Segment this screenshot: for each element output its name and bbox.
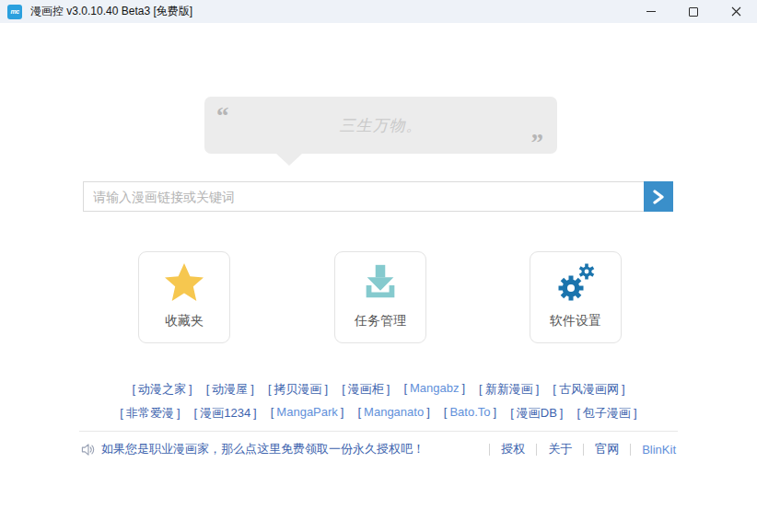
site-link-mhg[interactable]: [漫画柜]	[342, 381, 390, 398]
footer-divider	[79, 431, 678, 432]
site-link-batoto[interactable]: [Bato.To]	[444, 405, 496, 422]
footer-separator	[583, 444, 584, 456]
chevron-right-icon	[652, 190, 665, 204]
footer-separator	[489, 444, 490, 456]
favorites-label: 收藏夹	[165, 313, 204, 330]
close-button[interactable]	[715, 0, 757, 23]
title-bar: mc 漫画控 v3.0.10.40 Beta3 [免费版]	[0, 0, 757, 23]
site-link-kbmh[interactable]: [拷贝漫画]	[268, 381, 328, 398]
maximize-icon	[689, 7, 698, 17]
site-link-mangapark[interactable]: [MangaPark]	[271, 405, 344, 422]
close-icon	[731, 6, 741, 17]
quote-bubble-tail	[276, 154, 302, 166]
minimize-button[interactable]	[630, 0, 672, 23]
window-title: 漫画控 v3.0.10.40 Beta3 [免费版]	[30, 4, 192, 19]
footer-bar: 如果您是职业漫画家，那么点这里免费领取一份永久授权吧！ 授权 关于 官网 Bli…	[81, 439, 676, 459]
site-link-manganato[interactable]: [Manganato]	[357, 405, 429, 422]
footer-separator	[630, 444, 631, 456]
quote-bubble: “ 三生万物。 ”	[204, 97, 557, 154]
footer-separator	[536, 444, 537, 456]
site-link-fcam[interactable]: [非常爱漫]	[120, 405, 180, 422]
download-icon	[359, 261, 402, 304]
search-button[interactable]	[644, 181, 673, 212]
announcement-link[interactable]: 如果您是职业漫画家，那么点这里免费领取一份永久授权吧！	[81, 441, 425, 457]
footer-link-blinkit[interactable]: BlinKit	[642, 443, 676, 457]
site-link-dmzj[interactable]: [动漫之家]	[132, 381, 192, 398]
app-icon: mc	[7, 5, 22, 19]
footer-links: 授权 关于 官网 BlinKit	[478, 441, 676, 457]
star-icon	[162, 260, 206, 305]
task-manager-card[interactable]: 任务管理	[334, 251, 426, 343]
footer-link-license[interactable]: 授权	[501, 441, 525, 457]
site-links-row-2: [非常爱漫] [漫画1234] [MangaPark] [Manganato] …	[0, 405, 757, 422]
maximize-button[interactable]	[672, 0, 715, 23]
site-link-mangabz[interactable]: [Mangabz]	[403, 381, 465, 398]
minimize-icon	[646, 11, 656, 12]
site-link-bzmh[interactable]: [包子漫画]	[576, 405, 636, 422]
site-link-gfmhw[interactable]: [古风漫画网]	[553, 381, 624, 398]
settings-card[interactable]: 软件设置	[530, 251, 622, 343]
site-link-mh1234[interactable]: [漫画1234]	[194, 405, 257, 422]
footer-link-website[interactable]: 官网	[595, 441, 619, 457]
site-links-row-1: [动漫之家] [动漫屋] [拷贝漫画] [漫画柜] [Mangabz] [新新漫…	[0, 381, 757, 398]
announcement-text: 如果您是职业漫画家，那么点这里免费领取一份永久授权吧！	[101, 441, 425, 457]
task-manager-label: 任务管理	[355, 313, 406, 330]
quote-text: 三生万物。	[204, 97, 557, 154]
footer-link-about[interactable]: 关于	[548, 441, 572, 457]
favorites-card[interactable]: 收藏夹	[138, 251, 230, 343]
site-link-dmw[interactable]: [动漫屋]	[206, 381, 254, 398]
close-quote-mark: ”	[531, 131, 544, 156]
search-input[interactable]	[83, 181, 644, 212]
window-controls	[630, 0, 757, 23]
site-link-mhdb[interactable]: [漫画DB]	[510, 405, 563, 422]
site-link-xxmh[interactable]: [新新漫画]	[479, 381, 539, 398]
speaker-icon	[81, 443, 95, 457]
settings-label: 软件设置	[550, 313, 601, 330]
gears-icon	[553, 260, 598, 305]
